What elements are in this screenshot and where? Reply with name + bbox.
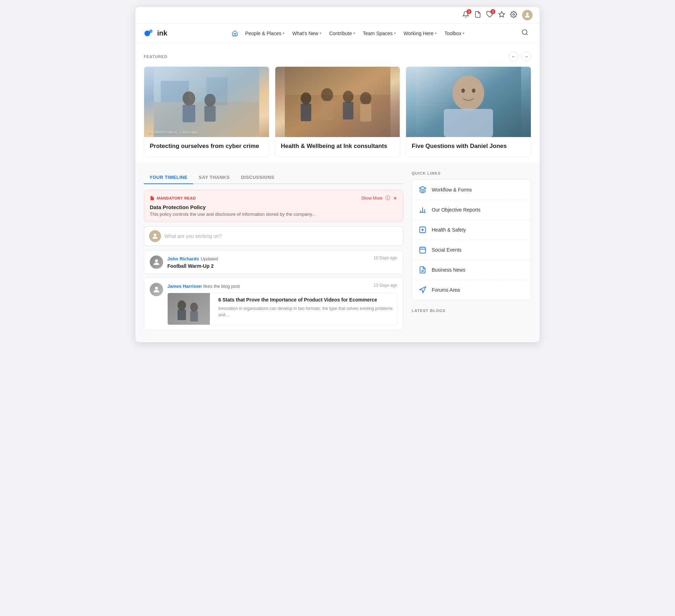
svg-marker-1: [499, 11, 505, 17]
tabs: YOUR TIMELINE SAY THANKS DISCUSSIONS: [144, 171, 403, 184]
featured-section: FEATURED ← →: [135, 43, 540, 163]
svg-rect-47: [420, 247, 426, 253]
megaphone-icon: [418, 285, 428, 295]
quick-link-label-health: Health & Safety: [432, 227, 466, 233]
nav-toolbox[interactable]: Toolbox ▾: [441, 28, 468, 38]
tab-say-thanks[interactable]: SAY THANKS: [193, 171, 235, 184]
featured-header: FEATURED ← →: [144, 52, 531, 61]
navbar: ink People & Places ▾ What's New ▾ Contr…: [135, 24, 540, 43]
info-icon[interactable]: ⓘ: [385, 195, 390, 201]
nav-contribute[interactable]: Contribute ▾: [326, 28, 359, 38]
timeline-post-title-1[interactable]: Football Warm-Up 2: [167, 263, 397, 269]
card-3-title: Five Questions with Daniel Jones: [412, 142, 525, 150]
featured-next-button[interactable]: →: [521, 52, 531, 61]
quick-link-forums-area[interactable]: Forums Area: [412, 280, 531, 300]
messages-badge: 2: [490, 9, 495, 14]
cross-icon: [418, 225, 428, 235]
timeline-section: YOUR TIMELINE SAY THANKS DISCUSSIONS MAN…: [144, 171, 412, 334]
show-more-button[interactable]: Show More: [361, 196, 382, 201]
timeline-content-1: John Richards Updated 10 Days ago Footba…: [167, 255, 397, 269]
svg-point-6: [522, 30, 527, 34]
quick-link-workflow-forms[interactable]: Workflow & Forms: [412, 180, 531, 200]
svg-point-3: [526, 13, 529, 15]
nav-team-spaces[interactable]: Team Spaces ▾: [359, 28, 399, 38]
blog-preview-desc: Innovation in organisations can develop …: [218, 305, 393, 318]
layers-icon: [418, 185, 428, 195]
nav-home[interactable]: [229, 28, 241, 39]
svg-rect-19: [301, 104, 311, 121]
svg-point-22: [343, 91, 353, 103]
nav-whats-new[interactable]: What's New ▾: [289, 28, 325, 38]
mandatory-desc: This policy controls the use and disclos…: [150, 212, 397, 217]
blog-preview[interactable]: 6 Stats that Prove the Importance of Pro…: [167, 293, 397, 325]
blog-preview-title: 6 Stats that Prove the Importance of Pro…: [218, 297, 393, 304]
chevron-down-icon: ▾: [283, 31, 284, 35]
svg-point-18: [301, 92, 311, 104]
svg-point-14: [204, 94, 216, 106]
featured-prev-button[interactable]: ←: [509, 52, 519, 61]
timeline-author-1[interactable]: John Richards: [167, 256, 199, 261]
current-user-avatar: [149, 230, 161, 242]
timeline-avatar-james: [150, 283, 163, 296]
svg-point-35: [178, 300, 186, 310]
tag-icon[interactable]: 2: [486, 11, 493, 20]
post-input-area[interactable]: What are you working on?: [144, 226, 403, 246]
chevron-down-icon: ▾: [435, 31, 437, 35]
mandatory-actions: Show More ⓘ ✕: [361, 195, 397, 201]
timeline-meta-1: John Richards Updated 10 Days ago: [167, 255, 397, 262]
user-avatar-top[interactable]: [522, 10, 533, 20]
mandatory-header: MANDATORY READ Show More ⓘ ✕: [150, 195, 397, 201]
svg-rect-25: [360, 104, 371, 122]
card-image-3: [406, 67, 531, 137]
chevron-down-icon: ▾: [394, 31, 396, 35]
card-1-author: By James Harris, 2 days ago: [148, 130, 198, 134]
svg-rect-13: [182, 105, 195, 122]
blog-preview-content: 6 Stats that Prove the Importance of Pro…: [214, 293, 397, 325]
top-bar: 3 2: [135, 7, 540, 24]
timeline-author-2[interactable]: James Harrison: [167, 284, 202, 289]
logo[interactable]: ink: [144, 28, 167, 39]
quick-link-objective-reports[interactable]: Our Objective Reports: [412, 200, 531, 220]
timeline-content-2: James Harrison likes the blog post 13 Da…: [167, 283, 397, 325]
featured-card-1[interactable]: By James Harris, 2 days ago Protecting o…: [144, 66, 269, 157]
svg-point-32: [155, 259, 158, 262]
post-input-placeholder[interactable]: What are you working on?: [165, 233, 398, 239]
svg-rect-21: [321, 101, 333, 120]
document-icon[interactable]: [474, 11, 481, 20]
card-2-title: Health & Wellbeing at Ink consultants: [281, 142, 394, 150]
quick-link-social-events[interactable]: Social Events: [412, 240, 531, 260]
nav-people-places[interactable]: People & Places ▾: [242, 28, 288, 38]
card-3-body: Five Questions with Daniel Jones: [406, 137, 531, 157]
quick-link-business-news[interactable]: Business News: [412, 260, 531, 280]
timeline-time-1: 10 Days ago: [374, 255, 397, 260]
tab-your-timeline[interactable]: YOUR TIMELINE: [144, 171, 193, 184]
settings-icon[interactable]: [510, 11, 517, 20]
chevron-down-icon: ▾: [320, 31, 321, 35]
bookmark-icon[interactable]: [498, 11, 505, 20]
svg-point-5: [149, 30, 153, 33]
featured-card-2[interactable]: Health & Wellbeing at Ink consultants: [275, 66, 400, 157]
svg-rect-34: [168, 293, 210, 325]
tab-discussions[interactable]: DISCUSSIONS: [235, 171, 280, 184]
timeline-item-1: John Richards Updated 10 Days ago Footba…: [144, 250, 403, 274]
svg-point-2: [513, 13, 515, 15]
mandatory-title: Data Protection Policy: [150, 204, 397, 210]
quick-link-label-social: Social Events: [432, 247, 462, 253]
featured-card-3[interactable]: Five Questions with Daniel Jones: [406, 66, 531, 157]
chevron-down-icon: ▾: [463, 31, 464, 35]
close-icon[interactable]: ✕: [393, 195, 397, 201]
nav-working-here[interactable]: Working Here ▾: [400, 28, 440, 38]
svg-point-29: [462, 89, 465, 93]
quick-link-health-safety[interactable]: Health & Safety: [412, 220, 531, 240]
calendar-icon: [418, 245, 428, 255]
latest-blogs-label: LATEST BLOGS: [412, 309, 531, 313]
blog-preview-image: [168, 293, 210, 325]
svg-point-27: [453, 76, 484, 111]
search-icon[interactable]: [519, 27, 531, 39]
main-content: YOUR TIMELINE SAY THANKS DISCUSSIONS MAN…: [135, 163, 540, 342]
svg-rect-15: [204, 106, 216, 122]
notification-icon[interactable]: 3: [462, 11, 469, 20]
timeline-action-1b: Updated: [201, 256, 218, 261]
featured-grid: By James Harris, 2 days ago Protecting o…: [144, 66, 531, 157]
quick-link-label-workflow: Workflow & Forms: [432, 187, 472, 193]
